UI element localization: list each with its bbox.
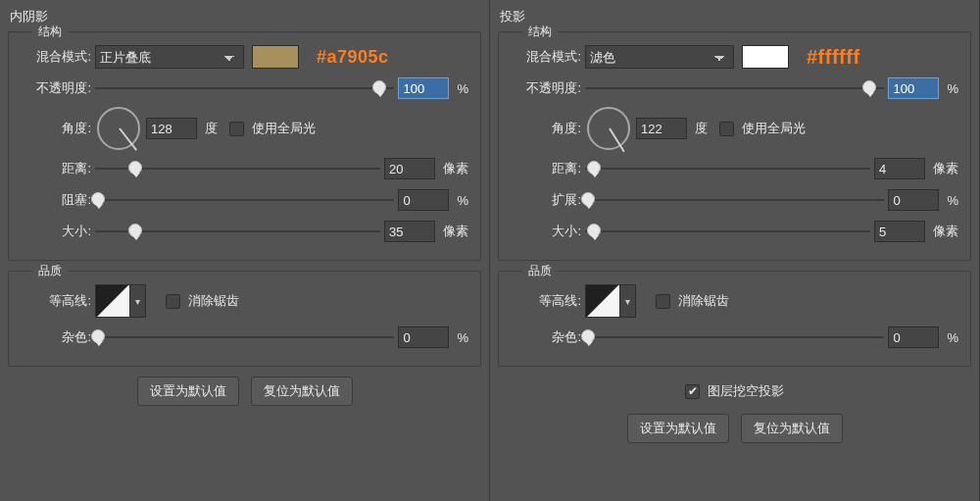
quality-fieldset: 品质 等高线: ▾ 消除锯齿 杂色: % [498,271,971,367]
antialias-label: 消除锯齿 [188,292,239,310]
noise-slider[interactable] [95,327,394,347]
structure-fieldset: 结构 混合模式: 正片叠底 #a7905c 不透明度: % 角度: 度 [8,31,481,261]
spread-input[interactable] [888,189,939,211]
set-default-button[interactable]: 设置为默认值 [137,376,239,406]
size-input[interactable] [384,221,435,242]
global-light-checkbox[interactable] [719,122,734,136]
opacity-label: 不透明度: [21,79,91,97]
angle-input[interactable] [146,118,197,139]
opacity-label: 不透明度: [511,79,581,97]
inner-shadow-panel: 内阴影 结构 混合模式: 正片叠底 #a7905c 不透明度: % 角度: 度 [0,0,490,501]
angle-dial[interactable] [97,107,140,150]
distance-label: 距离: [21,160,91,177]
noise-label: 杂色: [511,328,581,346]
spread-label: 扩展: [511,191,581,209]
opacity-input[interactable] [398,77,449,99]
size-unit: 像素 [443,223,468,240]
distance-input[interactable] [384,158,435,179]
opacity-unit: % [457,81,468,96]
antialias-checkbox[interactable] [656,294,670,309]
size-slider[interactable] [95,222,380,241]
size-label: 大小: [511,223,581,240]
reset-default-button[interactable]: 复位为默认值 [741,414,843,443]
chevron-down-icon: ▾ [619,285,635,317]
angle-dial[interactable] [587,107,630,150]
global-light-checkbox[interactable] [229,122,244,136]
contour-thumb-icon [96,285,129,317]
quality-fieldset: 品质 等高线: ▾ 消除锯齿 杂色: % [8,271,481,367]
size-input[interactable] [874,221,925,242]
distance-label: 距离: [511,160,581,177]
structure-fieldset: 结构 混合模式: 滤色 #ffffff 不透明度: % 角度: 度 [498,31,971,261]
contour-label: 等高线: [21,292,91,310]
color-annotation: #a7905c [317,47,389,68]
contour-picker[interactable]: ▾ [585,284,636,318]
blend-mode-label: 混合模式: [511,48,581,66]
spread-slider[interactable] [585,190,884,210]
noise-unit: % [457,330,468,345]
distance-unit: 像素 [443,160,468,177]
distance-slider[interactable] [95,159,380,178]
set-default-button[interactable]: 设置为默认值 [627,414,729,443]
noise-input[interactable] [398,326,449,348]
size-slider[interactable] [585,222,870,241]
quality-legend: 品质 [32,263,68,279]
size-label: 大小: [21,223,91,240]
choke-label: 阻塞: [21,191,91,209]
structure-legend: 结构 [522,24,558,40]
global-light-label: 使用全局光 [252,120,316,137]
color-swatch[interactable] [742,45,789,69]
knockout-checkbox[interactable]: ✔ [685,384,700,399]
noise-unit: % [947,330,958,345]
knockout-label: 图层挖空投影 [708,382,784,400]
panel-title: 投影 [498,4,971,31]
opacity-slider[interactable] [585,78,884,98]
reset-default-button[interactable]: 复位为默认值 [251,376,353,406]
opacity-unit: % [947,81,958,96]
color-swatch[interactable] [252,45,299,69]
blend-mode-label: 混合模式: [21,48,91,66]
angle-label: 角度: [511,120,581,137]
contour-picker[interactable]: ▾ [95,284,146,318]
angle-unit: 度 [205,120,218,137]
chevron-down-icon: ▾ [129,285,145,317]
choke-unit: % [457,193,468,208]
size-unit: 像素 [933,223,958,240]
angle-label: 角度: [21,120,91,137]
distance-slider[interactable] [585,159,870,178]
choke-input[interactable] [398,189,449,211]
contour-thumb-icon [586,285,619,317]
angle-unit: 度 [695,120,708,137]
angle-input[interactable] [636,118,687,139]
panel-title: 内阴影 [8,4,481,31]
blend-mode-select[interactable]: 滤色 [585,45,734,69]
choke-slider[interactable] [95,190,394,210]
structure-legend: 结构 [32,24,68,40]
blend-mode-select[interactable]: 正片叠底 [95,45,244,69]
distance-unit: 像素 [933,160,958,177]
drop-shadow-panel: 投影 结构 混合模式: 滤色 #ffffff 不透明度: % 角度: 度 [490,0,980,501]
color-annotation: #ffffff [807,46,860,69]
noise-input[interactable] [888,326,939,348]
spread-unit: % [947,193,958,208]
opacity-slider[interactable] [95,78,394,98]
contour-label: 等高线: [511,292,581,310]
quality-legend: 品质 [522,263,558,279]
noise-label: 杂色: [21,328,91,346]
antialias-checkbox[interactable] [166,294,180,309]
opacity-input[interactable] [888,77,939,99]
noise-slider[interactable] [585,327,884,347]
distance-input[interactable] [874,158,925,179]
antialias-label: 消除锯齿 [678,292,729,310]
global-light-label: 使用全局光 [742,120,806,137]
